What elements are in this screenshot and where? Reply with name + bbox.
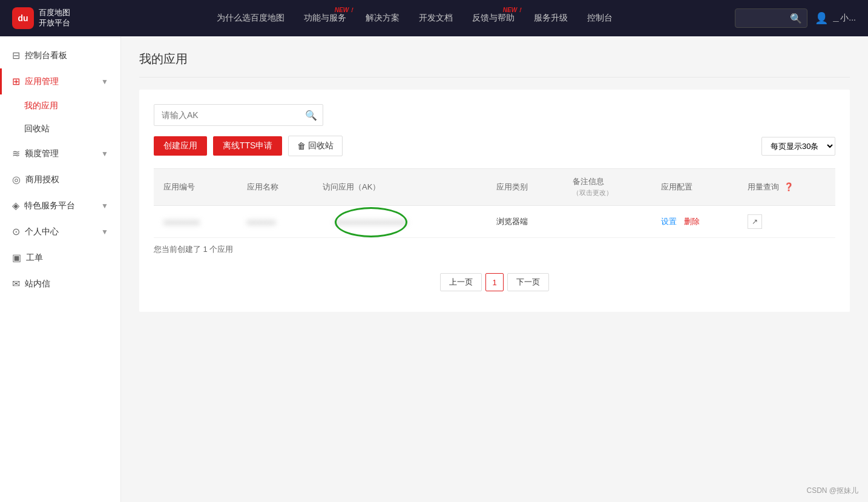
prev-page-button[interactable]: 上一页 xyxy=(440,273,482,291)
cell-app-id: xxxxxxxxxx xyxy=(154,206,237,238)
pagination: 上一页 1 下一页 xyxy=(154,261,835,297)
offline-tts-button[interactable]: 离线TTS申请 xyxy=(213,136,282,156)
recycle-bin-button[interactable]: 🗑 回收站 xyxy=(288,136,343,156)
logo-icon: du xyxy=(12,7,34,29)
cell-ak: xxxxxxxxxxxxxxxxxxxx xyxy=(313,206,487,238)
config-set-link[interactable]: 设置 xyxy=(661,217,677,226)
config-delete-link[interactable]: 删除 xyxy=(684,217,700,226)
nav-why[interactable]: 为什么选百度地图 xyxy=(207,0,294,36)
nav-upgrade[interactable]: 服务升级 xyxy=(524,0,577,36)
nav-right: 🔍 👤 ＿小... xyxy=(735,8,856,28)
top-search-box[interactable]: 🔍 xyxy=(735,8,807,28)
th-app-config: 应用配置 xyxy=(651,169,738,206)
user-name: ＿小... xyxy=(832,13,856,24)
sidebar-item-dashboard[interactable]: ⊟ 控制台看板 xyxy=(0,42,120,68)
nav-docs[interactable]: 开发文档 xyxy=(409,0,462,36)
cell-app-type: 浏览器端 xyxy=(487,206,563,238)
per-page-select[interactable]: 每页显示10条每页显示20条每页显示30条每页显示50条 xyxy=(761,137,835,156)
th-ak: 访问应用（AK） xyxy=(313,169,487,206)
special-icon: ◈ xyxy=(12,200,19,211)
top-navigation: du 百度地图 开放平台 为什么选百度地图 功能与服务 NEW！ 解决方案 开发… xyxy=(0,0,868,36)
app-mgmt-children: 我的应用 回收站 xyxy=(0,94,120,140)
nav-features[interactable]: 功能与服务 NEW！ xyxy=(294,0,356,36)
sidebar-item-biz-auth[interactable]: ◎ 商用授权 xyxy=(0,167,120,193)
sidebar-item-app-mgmt[interactable]: ⊞ 应用管理 ▼ xyxy=(0,68,120,94)
ak-input-wrap: 🔍 xyxy=(154,104,323,126)
sidebar-item-my-apps[interactable]: 我的应用 xyxy=(24,94,120,117)
logo-text: 百度地图 开放平台 xyxy=(39,8,70,28)
main-layout: ⊟ 控制台看板 ⊞ 应用管理 ▼ 我的应用 回收站 ≋ 额度管理 ▼ ◎ 商用授… xyxy=(0,36,868,502)
sidebar: ⊟ 控制台看板 ⊞ 应用管理 ▼ 我的应用 回收站 ≋ 额度管理 ▼ ◎ 商用授… xyxy=(0,36,121,502)
app-mgmt-chevron: ▼ xyxy=(101,78,108,86)
content-card: 🔍 创建应用 离线TTS申请 🗑 回收站 每页显示10条每页显示20条每页显示3… xyxy=(139,90,850,312)
nav-solutions[interactable]: 解决方案 xyxy=(356,0,409,36)
th-app-type: 应用类别 xyxy=(487,169,563,206)
ak-search-icon[interactable]: 🔍 xyxy=(305,110,317,121)
button-row: 创建应用 离线TTS申请 🗑 回收站 每页显示10条每页显示20条每页显示30条… xyxy=(154,136,835,156)
sidebar-item-special[interactable]: ◈ 特色服务平台 ▼ xyxy=(0,193,120,219)
nav-feedback-badge: NEW！ xyxy=(503,6,523,15)
app-table: 应用编号 应用名称 访问应用（AK） 应用类别 备注信息（双击更改） 应用配置 … xyxy=(154,168,835,238)
ak-search-input[interactable] xyxy=(154,104,323,126)
usage-chart-button[interactable]: ↗ xyxy=(748,214,762,229)
app-id-value: xxxxxxxxxx xyxy=(163,218,200,226)
usage-help-icon[interactable]: ❓ xyxy=(784,182,794,191)
workorder-icon: ▣ xyxy=(12,252,21,263)
th-usage: 用量查询 ❓ xyxy=(738,169,835,206)
search-row: 🔍 xyxy=(154,104,835,126)
watermark: CSDN @抠妹儿 xyxy=(806,486,858,496)
user-area[interactable]: 👤 ＿小... xyxy=(815,12,856,25)
user-icon: 👤 xyxy=(815,12,828,25)
create-app-button[interactable]: 创建应用 xyxy=(154,136,207,156)
inbox-icon: ✉ xyxy=(12,278,20,289)
sidebar-item-personal[interactable]: ⊙ 个人中心 ▼ xyxy=(0,219,120,245)
cell-app-name: xxxxxxxx xyxy=(237,206,314,238)
recycle-icon: 🗑 xyxy=(297,141,306,151)
th-app-id: 应用编号 xyxy=(154,169,237,206)
current-page-number[interactable]: 1 xyxy=(485,273,504,291)
page-title: 我的应用 xyxy=(139,51,850,78)
quota-chevron: ▼ xyxy=(101,150,108,158)
search-icon: 🔍 xyxy=(790,13,802,24)
personal-icon: ⊙ xyxy=(12,226,20,237)
app-name-value: xxxxxxxx xyxy=(247,218,276,226)
table-header-row: 应用编号 应用名称 访问应用（AK） 应用类别 备注信息（双击更改） 应用配置 … xyxy=(154,169,835,206)
cell-note xyxy=(563,206,651,238)
sidebar-item-workorder[interactable]: ▣ 工单 xyxy=(0,245,120,271)
nav-console[interactable]: 控制台 xyxy=(577,0,622,36)
ak-value: xxxxxxxxxxxxxxxxxxxx xyxy=(323,218,419,226)
app-count-text: 您当前创建了 1 个应用 xyxy=(154,238,835,261)
sidebar-item-quota[interactable]: ≋ 额度管理 ▼ xyxy=(0,140,120,167)
cell-usage: ↗ xyxy=(738,206,835,238)
dashboard-icon: ⊟ xyxy=(12,50,20,61)
special-chevron: ▼ xyxy=(101,202,108,210)
table-row: xxxxxxxxxx xxxxxxxx xxxxxxxxxxxxxxxxxxxx… xyxy=(154,206,835,238)
th-app-name: 应用名称 xyxy=(237,169,314,206)
nav-links: 为什么选百度地图 功能与服务 NEW！ 解决方案 开发文档 反馈与帮助 NEW！… xyxy=(94,0,735,36)
sidebar-item-inbox[interactable]: ✉ 站内信 xyxy=(0,271,120,297)
quota-icon: ≋ xyxy=(12,148,20,159)
biz-auth-icon: ◎ xyxy=(12,174,21,185)
nav-feedback[interactable]: 反馈与帮助 NEW！ xyxy=(462,0,524,36)
sidebar-item-recycle[interactable]: 回收站 xyxy=(24,117,120,140)
th-note: 备注信息（双击更改） xyxy=(563,169,651,206)
logo[interactable]: du 百度地图 开放平台 xyxy=(12,7,70,29)
cell-app-config: 设置 删除 xyxy=(651,206,738,238)
main-content: 我的应用 🔍 创建应用 离线TTS申请 🗑 回收站 每页显示10条每页显示20条… xyxy=(121,36,868,502)
personal-chevron: ▼ xyxy=(101,228,108,236)
next-page-button[interactable]: 下一页 xyxy=(507,273,549,291)
app-mgmt-icon: ⊞ xyxy=(12,76,20,87)
nav-features-badge: NEW！ xyxy=(335,6,355,15)
